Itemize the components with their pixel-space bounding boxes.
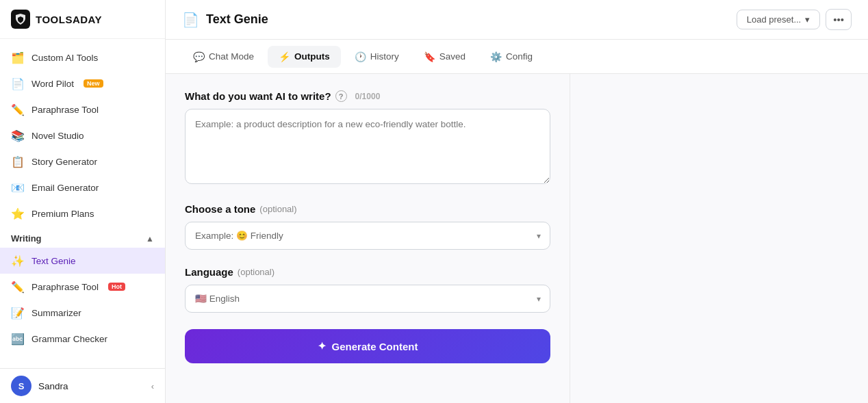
sidebar-item-premium-plans[interactable]: ⭐ Premium Plans [0,200,165,226]
more-options-icon: ••• [833,14,844,25]
sidebar-item-grammar-checker[interactable]: 🔤 Grammar Checker [0,326,165,352]
story-generator-icon: 📋 [11,155,25,168]
premium-plans-label: Premium Plans [31,209,94,219]
prompt-help-icon[interactable]: ? [335,90,347,102]
user-avatar: S [11,376,31,396]
paraphrase-tool-icon: ✏️ [11,103,25,116]
tone-select[interactable]: Example: 😊 Friendly Professional Casual … [185,222,550,250]
saved-label: Saved [439,51,465,62]
logo-text: TOOLSADAY [36,14,102,25]
sidebar-bottom: S Sandra ‹ [0,368,165,403]
tab-outputs[interactable]: ⚡ Outputs [268,46,341,68]
paraphrase-tool-label: Paraphrase Tool [31,105,99,115]
content-area: What do you want AI to write? ? 0/1000 C… [166,74,868,403]
char-count: 0/1000 [355,92,381,101]
sidebar-navigation: 🗂️ Custom AI Tools 📄 Word Pilot New ✏️ P… [0,39,165,368]
tone-select-wrapper: Example: 😊 Friendly Professional Casual … [185,222,550,250]
novel-studio-icon: 📚 [11,129,25,142]
tab-chat-mode[interactable]: 💬 Chat Mode [182,46,265,68]
outputs-label: Outputs [294,51,330,62]
paraphrase-writing-icon: ✏️ [11,280,25,294]
preset-chevron-icon: ▾ [805,14,810,25]
topbar-right: Load preset... ▾ ••• [737,9,852,30]
text-genie-title-icon: 📄 [182,12,199,28]
sidebar-collapse-icon[interactable]: ‹ [151,381,154,391]
config-icon: ⚙️ [490,51,502,62]
summarizer-label: Summarizer [31,308,81,318]
word-pilot-icon: 📄 [11,77,25,90]
sidebar-item-story-generator[interactable]: 📋 Story Generator [0,148,165,174]
sidebar-item-summarizer[interactable]: 📝 Summarizer [0,300,165,326]
history-label: History [370,51,399,62]
writing-section-header[interactable]: Writing ▲ [0,226,165,248]
sidebar-item-custom-ai-tools[interactable]: 🗂️ Custom AI Tools [0,44,165,70]
load-preset-button[interactable]: Load preset... ▾ [737,10,821,29]
email-generator-icon: 📧 [11,181,25,194]
custom-ai-tools-icon: 🗂️ [11,51,25,64]
history-icon: 🕐 [355,51,366,62]
sidebar-item-email-generator[interactable]: 📧 Email Generator [0,174,165,200]
generate-content-button[interactable]: ✦ Generate Content [185,329,550,363]
right-panel [570,74,868,403]
word-pilot-label: Word Pilot [31,79,74,89]
chat-mode-label: Chat Mode [209,51,254,62]
language-label: Language (optional) [185,266,550,278]
sidebar-item-novel-studio[interactable]: 📚 Novel Studio [0,122,165,148]
prompt-section: What do you want AI to write? ? 0/1000 [185,90,550,187]
word-pilot-new-badge: New [84,79,103,88]
sidebar-user[interactable]: S Sandra [11,376,68,396]
left-panel: What do you want AI to write? ? 0/1000 C… [166,74,570,403]
saved-icon: 🔖 [424,51,435,62]
user-name: Sandra [38,381,68,391]
outputs-icon: ⚡ [279,51,290,62]
grammar-checker-label: Grammar Checker [31,334,107,344]
sidebar-item-paraphrase-tool[interactable]: ✏️ Paraphrase Tool [0,96,165,122]
toolsaday-logo-icon [11,10,30,29]
sidebar: TOOLSADAY 🗂️ Custom AI Tools 📄 Word Pilo… [0,0,166,403]
load-preset-label: Load preset... [747,14,802,25]
paraphrase-hot-badge: Hot [108,283,125,291]
story-generator-label: Story Generator [31,157,97,167]
tone-section: Choose a tone (optional) Example: 😊 Frie… [185,203,550,250]
page-title-text: Text Genie [206,12,268,27]
sidebar-logo: TOOLSADAY [0,0,165,39]
generate-label: Generate Content [332,341,418,352]
grammar-checker-icon: 🔤 [11,332,25,346]
tone-label: Choose a tone (optional) [185,203,550,215]
sidebar-item-text-genie[interactable]: ✨ Text Genie [0,248,165,274]
prompt-label: What do you want AI to write? ? 0/1000 [185,90,550,102]
tab-config[interactable]: ⚙️ Config [479,46,544,68]
topbar: 📄 Text Genie Load preset... ▾ ••• [166,0,868,40]
more-options-button[interactable]: ••• [826,9,852,30]
email-generator-label: Email Generator [31,183,99,193]
chat-mode-icon: 💬 [193,51,205,62]
writing-section-label: Writing [11,233,42,244]
tab-history[interactable]: 🕐 History [344,46,410,68]
sidebar-item-word-pilot[interactable]: 📄 Word Pilot New [0,70,165,96]
generate-sparkle-icon: ✦ [318,340,327,352]
text-genie-label: Text Genie [31,256,76,266]
config-label: Config [506,51,533,62]
page-title: 📄 Text Genie [182,12,268,28]
summarizer-icon: 📝 [11,306,25,320]
premium-plans-icon: ⭐ [11,207,25,220]
language-select-wrapper: 🇺🇸 English 🇫🇷 French 🇪🇸 Spanish 🇩🇪 Germa… [185,285,550,313]
writing-section-chevron: ▲ [146,234,154,244]
paraphrase-writing-label: Paraphrase Tool [31,282,99,292]
language-section: Language (optional) 🇺🇸 English 🇫🇷 French… [185,266,550,313]
language-select[interactable]: 🇺🇸 English 🇫🇷 French 🇪🇸 Spanish 🇩🇪 Germa… [185,285,550,313]
custom-ai-tools-label: Custom AI Tools [31,53,98,63]
tab-bar: 💬 Chat Mode ⚡ Outputs 🕐 History 🔖 Saved … [166,40,868,74]
sidebar-item-paraphrase-tool-writing[interactable]: ✏️ Paraphrase Tool Hot [0,274,165,300]
main-content: 📄 Text Genie Load preset... ▾ ••• 💬 Chat… [166,0,868,403]
novel-studio-label: Novel Studio [31,131,84,141]
prompt-textarea[interactable] [185,109,550,184]
text-genie-icon: ✨ [11,254,25,268]
tab-saved[interactable]: 🔖 Saved [413,46,476,68]
